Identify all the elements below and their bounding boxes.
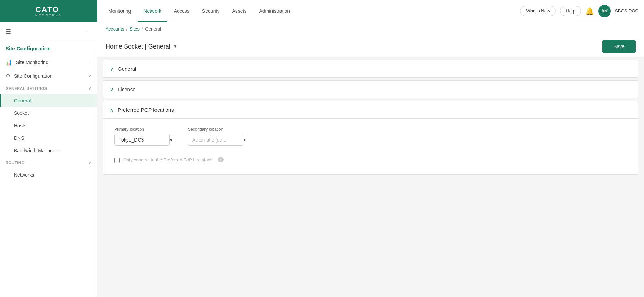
secondary-location-label: Secondary location	[188, 127, 250, 132]
routing-chevron: ∨	[88, 160, 91, 165]
back-arrow-icon[interactable]: ←	[85, 28, 91, 35]
hamburger-icon[interactable]: ☰	[6, 28, 11, 35]
sidebar-item-networks-label: Networks	[14, 172, 34, 178]
info-icon[interactable]: i	[218, 157, 224, 162]
sidebar-section-site-config: ⚙ Site Configuration ∨	[0, 69, 97, 83]
nav-right: What's New Help 🔔 AK SBCS-POC	[520, 5, 638, 17]
logo-subtext: NETWORKS	[35, 14, 62, 17]
accordion-license-chevron: ∨	[110, 87, 114, 92]
breadcrumb: Accounts / Sites / General	[106, 26, 161, 32]
sidebar-item-general-label: General	[14, 98, 31, 103]
secondary-location-field: Secondary location Automatic (de... ▼	[188, 127, 250, 146]
sidebar-item-dns[interactable]: DNS	[0, 132, 97, 144]
accordion-general: ∨ General	[103, 60, 638, 78]
chevron-right-icon: ›	[90, 60, 91, 65]
routing-header[interactable]: ROUTING ∨	[0, 157, 97, 169]
location-row: Primary location Tokyo_DC3 ▼ Secondary l…	[114, 127, 627, 146]
nav-item-security[interactable]: Security	[196, 0, 225, 22]
main-nav: Monitoring Network Access Security Asset…	[103, 0, 520, 22]
sidebar-item-hosts-label: Hosts	[14, 123, 26, 128]
sidebar-header: ☰ ←	[0, 22, 97, 41]
save-button[interactable]: Save	[602, 40, 636, 53]
accordion-general-label: General	[118, 66, 136, 72]
primary-location-label: Primary location	[114, 127, 177, 132]
sidebar-item-hosts[interactable]: Hosts	[0, 119, 97, 132]
main-content: Accounts / Sites / General Home Socket |…	[97, 22, 644, 297]
page-title-dropdown-icon[interactable]: ▼	[173, 44, 177, 49]
top-nav: CATO NETWORKS Monitoring Network Access …	[0, 0, 644, 22]
breadcrumb-bar: Accounts / Sites / General	[97, 22, 644, 36]
general-settings-label: GENERAL SETTINGS	[6, 86, 47, 91]
general-settings-header[interactable]: GENERAL SETTINGS ∨	[0, 83, 97, 94]
sidebar-item-dns-label: DNS	[14, 135, 24, 141]
help-button[interactable]: Help	[560, 6, 581, 16]
breadcrumb-general: General	[145, 26, 161, 32]
sidebar-item-bandwidth-label: Bandwidth Manage...	[14, 148, 60, 153]
nav-item-network[interactable]: Network	[138, 0, 167, 22]
nav-item-assets[interactable]: Assets	[226, 0, 252, 22]
sidebar-title: Site Configuration	[0, 41, 97, 56]
nav-item-administration[interactable]: Administration	[253, 0, 295, 22]
sidebar-item-site-configuration[interactable]: ⚙ Site Configuration ∨	[0, 69, 97, 83]
nav-item-access[interactable]: Access	[168, 0, 195, 22]
sidebar-item-monitoring-label: Site Monitoring	[16, 60, 48, 65]
general-settings-chevron: ∨	[88, 86, 91, 91]
page-header: Home Socket | General ▼ Save	[97, 36, 644, 57]
whats-new-button[interactable]: What's New	[520, 6, 556, 16]
pop-locations-header[interactable]: ∧ Preferred POP locations	[103, 101, 638, 119]
pop-locations-content: Primary location Tokyo_DC3 ▼ Secondary l…	[103, 119, 638, 174]
sidebar-item-general[interactable]: General	[0, 94, 97, 107]
pop-locations-label: Preferred POP locations	[118, 107, 174, 113]
breadcrumb-sites[interactable]: Sites	[129, 26, 140, 32]
gear-icon: ⚙	[6, 73, 10, 79]
sidebar-item-socket[interactable]: Socket	[0, 107, 97, 119]
accordion-general-chevron: ∨	[110, 66, 114, 72]
routing-label: ROUTING	[6, 161, 24, 165]
sidebar-item-socket-label: Socket	[14, 110, 29, 116]
page-title: Home Socket | General	[106, 43, 170, 50]
logo-text: CATO	[35, 5, 62, 14]
sidebar-item-networks[interactable]: Networks	[0, 169, 97, 181]
breadcrumb-accounts[interactable]: Accounts	[106, 26, 124, 32]
accordion-license-header[interactable]: ∨ License	[103, 81, 638, 98]
sidebar-item-site-monitoring[interactable]: 📊 Site Monitoring ›	[0, 56, 97, 69]
pop-locations-chevron-up: ∧	[110, 107, 114, 113]
notification-bell-icon[interactable]: 🔔	[585, 7, 594, 15]
breadcrumb-sep-2: /	[142, 26, 143, 32]
primary-location-select[interactable]: Tokyo_DC3	[114, 134, 170, 146]
preferred-pop-checkbox-row: Only connect to the Preferred PoP Locati…	[114, 154, 627, 166]
pop-locations-section: ∧ Preferred POP locations Primary locati…	[103, 101, 638, 175]
nav-item-monitoring[interactable]: Monitoring	[103, 0, 136, 22]
primary-location-select-wrapper: Tokyo_DC3 ▼	[114, 134, 177, 146]
sidebar-section-monitoring: 📊 Site Monitoring ›	[0, 56, 97, 69]
sidebar-item-bandwidth[interactable]: Bandwidth Manage...	[0, 144, 97, 157]
avatar[interactable]: AK	[598, 5, 611, 17]
sidebar: ☰ ← Site Configuration 📊 Site Monitoring…	[0, 22, 97, 297]
chevron-down-icon: ∨	[88, 74, 91, 78]
sidebar-routing: ROUTING ∨ Networks	[0, 157, 97, 181]
accordion-general-header[interactable]: ∨ General	[103, 60, 638, 77]
secondary-location-select[interactable]: Automatic (de...	[188, 134, 243, 146]
chart-icon: 📊	[6, 59, 12, 66]
main-layout: ☰ ← Site Configuration 📊 Site Monitoring…	[0, 22, 644, 297]
secondary-location-select-wrapper: Automatic (de... ▼	[188, 134, 250, 146]
accordion-license-label: License	[118, 86, 136, 92]
sidebar-item-site-config-label: Site Configuration	[14, 73, 52, 79]
primary-location-field: Primary location Tokyo_DC3 ▼	[114, 127, 177, 146]
sidebar-general-settings: GENERAL SETTINGS ∨ General Socket Hosts …	[0, 83, 97, 157]
tenant-name: SBCS-POC	[615, 8, 638, 14]
preferred-pop-checkbox-label: Only connect to the Preferred PoP Locati…	[123, 157, 212, 163]
preferred-pop-checkbox[interactable]	[114, 158, 120, 163]
breadcrumb-sep-1: /	[126, 26, 127, 32]
logo: CATO NETWORKS	[0, 0, 97, 22]
accordion-license: ∨ License	[103, 80, 638, 98]
page-title-row: Home Socket | General ▼	[106, 43, 177, 50]
